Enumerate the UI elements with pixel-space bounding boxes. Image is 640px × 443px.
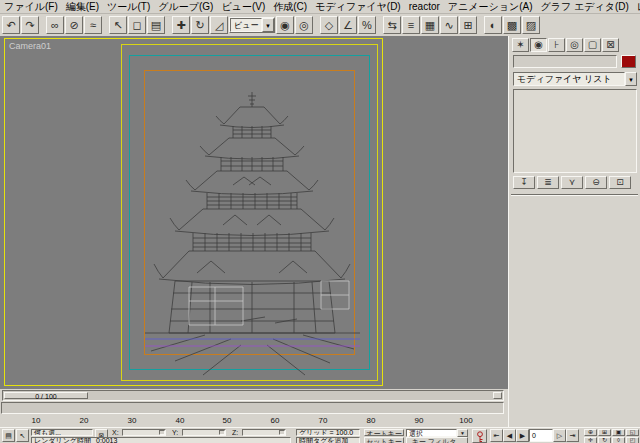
render-scene-icon[interactable]: ▩: [503, 16, 521, 34]
menu-graph-editors[interactable]: グラフ エディタ(D): [537, 0, 633, 14]
chevron-down-icon[interactable]: ▼: [457, 429, 468, 437]
time-ruler[interactable]: 10 20 30 40 50 60 70 80 90 100: [1, 414, 504, 427]
set-key-mode-button[interactable]: セットキー: [364, 437, 404, 443]
panel-divider: [511, 194, 638, 196]
remove-modifier-icon[interactable]: ⊖: [585, 176, 607, 189]
schematic-view-icon[interactable]: ⊞: [459, 16, 477, 34]
object-color-swatch[interactable]: [621, 55, 636, 68]
current-frame-field[interactable]: 0: [529, 429, 553, 442]
use-center-icon[interactable]: ◉: [276, 16, 294, 34]
min-max-toggle-icon[interactable]: ◰: [626, 437, 639, 443]
modifier-list-value: モディファイヤ リスト: [513, 72, 625, 86]
menu-create[interactable]: 作成(C): [269, 0, 311, 14]
key-filters-button[interactable]: キー フィルタ...: [406, 437, 468, 443]
configure-sets-icon[interactable]: ⊡: [609, 176, 631, 189]
tab-utilities[interactable]: ⊠: [602, 38, 619, 52]
reference-coordinate-value: ビュー: [230, 18, 262, 32]
ruler-number: 10: [32, 416, 41, 425]
menu-file[interactable]: ファイル(F): [0, 0, 62, 14]
make-unique-icon[interactable]: ⋎: [561, 176, 583, 189]
time-slider-handle[interactable]: 0 / 100: [4, 392, 88, 399]
pin-stack-icon[interactable]: ↧: [513, 176, 535, 189]
z-coordinate-field[interactable]: [242, 429, 286, 436]
select-object-icon[interactable]: ↖: [109, 16, 127, 34]
curve-editor-icon[interactable]: ∿: [440, 16, 458, 34]
menu-rendering[interactable]: レンダリング(R): [633, 0, 640, 14]
go-to-end-icon[interactable]: ⇥: [566, 429, 579, 442]
undo-icon[interactable]: ↶: [2, 16, 20, 34]
rollout-area: [509, 197, 640, 427]
status-left-icon-2[interactable]: ↖: [16, 429, 29, 442]
render-time-value: 0:0013: [96, 437, 117, 443]
material-editor-icon[interactable]: ◐: [484, 16, 502, 34]
next-frame-icon[interactable]: ▷: [553, 429, 566, 442]
set-keys-button[interactable]: [472, 429, 487, 443]
menu-animation[interactable]: アニメーション(A): [444, 0, 537, 14]
chevron-down-icon[interactable]: ▼: [262, 18, 274, 32]
region-select-icon[interactable]: ◻: [128, 16, 146, 34]
select-rotate-icon[interactable]: ↻: [191, 16, 209, 34]
percent-snap-icon[interactable]: %: [358, 16, 376, 34]
arc-rotate-icon[interactable]: ↻: [598, 437, 611, 443]
play-icon[interactable]: ▶: [516, 429, 529, 442]
quick-render-icon[interactable]: ▨: [522, 16, 540, 34]
auto-key-button[interactable]: オートキー: [364, 429, 404, 436]
previous-frame-icon[interactable]: ◀: [503, 429, 516, 442]
castle-wireframe: [145, 89, 360, 379]
reference-coordinate-combo[interactable]: ビュー ▼: [229, 17, 275, 33]
status-left-icon-1[interactable]: ▤: [2, 429, 15, 442]
selection-set-combo[interactable]: 選択 ▼: [406, 429, 468, 437]
menu-modifiers[interactable]: モディファイヤ(D): [311, 0, 405, 14]
select-by-name-icon[interactable]: ▤: [147, 16, 165, 34]
tab-modify[interactable]: ◉: [530, 38, 547, 52]
tab-create[interactable]: ✶: [512, 38, 529, 52]
go-to-start-icon[interactable]: ⇤: [490, 429, 503, 442]
tab-motion[interactable]: ◎: [566, 38, 583, 52]
zoom-all-icon[interactable]: ⊞: [598, 429, 611, 436]
select-move-icon[interactable]: ✚: [172, 16, 190, 34]
ruler-number: 100: [459, 416, 472, 425]
zoom-extents-icon[interactable]: ▣: [612, 429, 625, 436]
spinner-icon[interactable]: [159, 430, 165, 435]
select-manipulate-icon[interactable]: ◎: [295, 16, 313, 34]
x-coordinate-field[interactable]: [122, 429, 166, 436]
tab-hierarchy[interactable]: ⊦: [548, 38, 565, 52]
modifier-stack[interactable]: [513, 89, 637, 173]
tab-display[interactable]: ▢: [584, 38, 601, 52]
menu-reactor[interactable]: reactor: [405, 0, 444, 14]
object-name-field[interactable]: [513, 55, 617, 68]
modifier-list-combo[interactable]: モディファイヤ リスト ▼: [513, 72, 637, 86]
align-icon[interactable]: ≡: [402, 16, 420, 34]
toolbar-separator: [40, 16, 45, 34]
select-scale-icon[interactable]: ◿: [210, 16, 228, 34]
mirror-icon[interactable]: ⇆: [383, 16, 401, 34]
bind-spacewarp-icon[interactable]: ≈: [84, 16, 102, 34]
time-slider-track[interactable]: 0 / 100: [2, 390, 504, 401]
camera-viewport[interactable]: Camera01: [4, 38, 383, 386]
zoom-icon[interactable]: ⊕: [584, 429, 597, 436]
track-bar[interactable]: [1, 402, 504, 414]
menu-edit[interactable]: 編集(E): [62, 0, 103, 14]
menu-tools[interactable]: ツール(T): [103, 0, 154, 14]
time-slider-resize-handle[interactable]: [493, 392, 502, 399]
zoom-region-icon[interactable]: ◱: [626, 429, 639, 436]
menu-group[interactable]: グループ(G): [154, 0, 217, 14]
ruler-number: 60: [271, 416, 280, 425]
time-tag-field[interactable]: 時間タグを追加: [296, 437, 360, 443]
status-bar: ▤ ↖ 何も選... ⊠ X: Y: Z: グリッド = 100.0 レンダリン…: [0, 427, 640, 443]
layer-manager-icon[interactable]: ▦: [421, 16, 439, 34]
select-link-icon[interactable]: ∞: [46, 16, 64, 34]
snap-toggle-icon[interactable]: ◇: [320, 16, 338, 34]
angle-snap-icon[interactable]: ∠: [339, 16, 357, 34]
spinner-icon[interactable]: [279, 430, 285, 435]
field-of-view-icon[interactable]: ◊: [612, 437, 625, 443]
menu-views[interactable]: ビュー(V): [217, 0, 269, 14]
unlink-icon[interactable]: ⊘: [65, 16, 83, 34]
pan-icon[interactable]: ✛: [584, 437, 597, 443]
spinner-icon[interactable]: [219, 430, 225, 435]
y-coordinate-field[interactable]: [182, 429, 226, 436]
redo-icon[interactable]: ↷: [21, 16, 39, 34]
ruler-number: 50: [223, 416, 232, 425]
show-end-result-icon[interactable]: ≣: [537, 176, 559, 189]
chevron-down-icon[interactable]: ▼: [625, 72, 637, 86]
